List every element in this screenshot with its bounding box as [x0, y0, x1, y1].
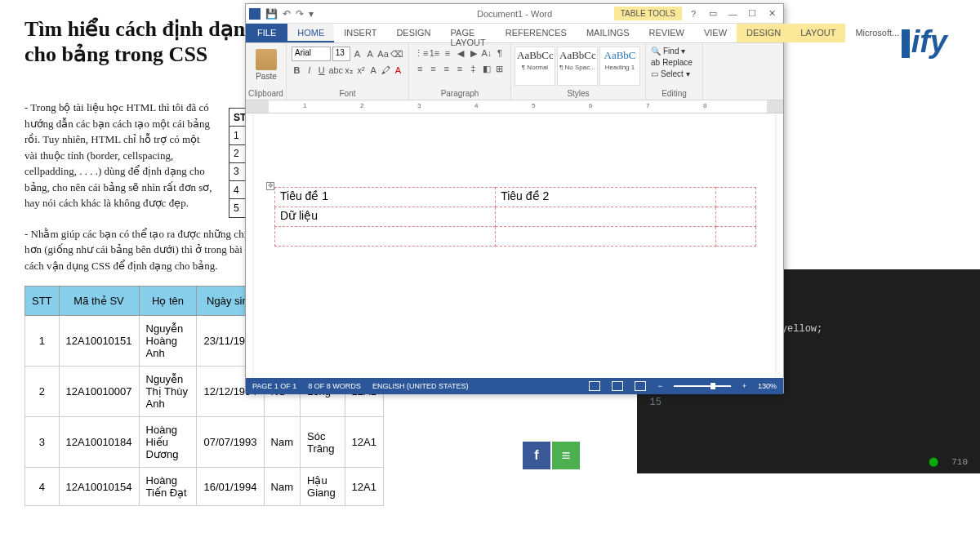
tab-view[interactable]: VIEW: [694, 24, 737, 42]
zoom-in-button[interactable]: +: [742, 382, 746, 390]
close-icon[interactable]: ✕: [764, 8, 780, 19]
table-move-handle-icon[interactable]: ✥: [266, 182, 274, 190]
multilevel-icon[interactable]: ≡: [442, 47, 453, 60]
group-styles: AaBbCc¶ Normal AaBbCc¶ No Spac... AaBbCH…: [511, 43, 646, 100]
borders-icon[interactable]: ⊞: [494, 62, 506, 75]
align-right-icon[interactable]: ≡: [441, 62, 452, 75]
line-spacing-icon[interactable]: ‡: [467, 62, 479, 75]
numbering-icon[interactable]: 1≡: [429, 47, 440, 60]
style-no-spacing[interactable]: AaBbCc¶ No Spac...: [557, 47, 598, 86]
font-size-select[interactable]: 13: [332, 47, 350, 61]
subscript-button[interactable]: x₂: [343, 64, 354, 77]
read-mode-icon[interactable]: [589, 381, 600, 391]
group-paragraph: ⋮≡ 1≡ ≡ ◀ ▶ A↓ ¶ ≡ ≡ ≡ ≡ ‡ ◧ ⊞ Paragraph: [409, 43, 511, 100]
maximize-icon[interactable]: ☐: [744, 8, 760, 19]
tab-file[interactable]: FILE: [246, 24, 287, 42]
status-words[interactable]: 8 OF 8 WORDS: [308, 382, 361, 390]
qat-dropdown-icon[interactable]: ▾: [309, 8, 314, 20]
zoom-out-button[interactable]: −: [657, 382, 662, 390]
ribbon: Paste Clipboard Arial 13 A A Aa ⌫ B I U …: [246, 43, 783, 100]
clear-format-icon[interactable]: ⌫: [390, 47, 403, 60]
table-cell[interactable]: [275, 227, 496, 247]
table-cell[interactable]: Tiêu đề 1: [275, 188, 496, 207]
ribbon-options-icon[interactable]: ▭: [705, 8, 721, 19]
status-bar: PAGE 1 OF 1 8 OF 8 WORDS ENGLISH (UNITED…: [246, 378, 783, 394]
table-cell[interactable]: [716, 227, 756, 247]
web-layout-icon[interactable]: [635, 381, 646, 391]
paste-button[interactable]: Paste: [251, 47, 282, 82]
text-effects-icon[interactable]: A: [368, 64, 379, 77]
tab-mailings[interactable]: MAILINGS: [577, 24, 639, 42]
highlight-icon[interactable]: 🖍: [381, 64, 391, 77]
word-app-icon[interactable]: [249, 8, 261, 20]
decrease-indent-icon[interactable]: ◀: [455, 47, 466, 60]
print-layout-icon[interactable]: [612, 381, 623, 391]
tab-page-layout[interactable]: PAGE LAYOUT: [441, 24, 496, 42]
increase-indent-icon[interactable]: ▶: [468, 47, 479, 60]
document-title: Document1 - Word: [477, 9, 552, 19]
table-cell[interactable]: [716, 188, 756, 207]
tab-insert[interactable]: INSERT: [334, 24, 386, 42]
font-name-select[interactable]: Arial: [292, 47, 331, 61]
show-marks-icon[interactable]: ¶: [494, 47, 506, 60]
italic-button[interactable]: I: [304, 64, 314, 77]
table-cell[interactable]: [496, 227, 716, 247]
tab-review[interactable]: REVIEW: [639, 24, 694, 42]
facebook-icon[interactable]: f: [523, 442, 550, 469]
superscript-button[interactable]: x²: [356, 64, 367, 77]
document-area[interactable]: ✥ Tiêu đề 1 Tiêu đề 2 Dữ liệu: [246, 113, 783, 378]
align-center-icon[interactable]: ≡: [427, 62, 439, 75]
style-heading1[interactable]: AaBbCHeading 1: [599, 47, 640, 86]
menu-icon[interactable]: ≡: [552, 442, 580, 469]
table-cell[interactable]: [716, 207, 756, 227]
shading-icon[interactable]: ◧: [480, 62, 492, 75]
editor-status: ⬤ 710: [929, 456, 968, 467]
document-page[interactable]: ✥ Tiêu đề 1 Tiêu đề 2 Dữ liệu: [254, 113, 775, 378]
status-language[interactable]: ENGLISH (UNITED STATES): [372, 382, 469, 390]
titlebar: 💾 ↶ ↷ ▾ Document1 - Word TABLE TOOLS ? ▭…: [246, 4, 783, 24]
align-left-icon[interactable]: ≡: [414, 62, 425, 75]
tab-microsoft[interactable]: Microsoft...: [845, 24, 909, 42]
tab-table-design[interactable]: DESIGN: [737, 24, 791, 42]
minimize-icon[interactable]: —: [724, 9, 741, 19]
font-color-icon[interactable]: A: [393, 64, 403, 77]
strike-button[interactable]: abc: [328, 64, 341, 77]
undo-icon[interactable]: ↶: [283, 8, 291, 20]
word-window: 💾 ↶ ↷ ▾ Document1 - Word TABLE TOOLS ? ▭…: [245, 3, 784, 393]
tab-design[interactable]: DESIGN: [386, 24, 440, 42]
tab-home[interactable]: HOME: [287, 24, 334, 42]
underline-button[interactable]: U: [316, 64, 327, 77]
group-clipboard: Paste Clipboard: [246, 43, 287, 100]
status-page[interactable]: PAGE 1 OF 1: [252, 382, 296, 390]
zoom-slider[interactable]: [674, 385, 731, 387]
group-editing: 🔍 Find ▾ ab Replace ▭ Select ▾ Editing: [646, 43, 703, 100]
grow-font-icon[interactable]: A: [352, 47, 363, 60]
article-title: Tìm hiểu cách định dạng cho bảng trong C…: [24, 16, 270, 67]
change-case-icon[interactable]: Aa: [377, 47, 389, 60]
table-cell[interactable]: Dữ liệu: [275, 207, 496, 227]
select-button[interactable]: ▭ Select ▾: [651, 69, 697, 78]
tab-table-layout[interactable]: LAYOUT: [791, 24, 845, 42]
document-table[interactable]: Tiêu đề 1 Tiêu đề 2 Dữ liệu: [274, 187, 756, 247]
bullets-icon[interactable]: ⋮≡: [414, 47, 427, 60]
paste-icon: [256, 49, 277, 70]
table-tools-tab: TABLE TOOLS: [614, 7, 682, 20]
sort-icon[interactable]: A↓: [481, 47, 492, 60]
horizontal-ruler[interactable]: 123 456 78: [246, 100, 783, 113]
group-font: Arial 13 A A Aa ⌫ B I U abc x₂ x² A 🖍 A …: [287, 43, 409, 100]
redo-icon[interactable]: ↷: [296, 8, 304, 20]
find-button[interactable]: 🔍 Find ▾: [651, 47, 697, 56]
paragraph-1: - Trong bộ tài liệu học HTML thì tôi đã …: [24, 100, 212, 211]
justify-icon[interactable]: ≡: [454, 62, 466, 75]
shrink-font-icon[interactable]: A: [364, 47, 376, 60]
ribbon-tabs: FILE HOME INSERT DESIGN PAGE LAYOUT REFE…: [246, 24, 783, 43]
table-cell[interactable]: [496, 207, 716, 227]
help-icon[interactable]: ?: [685, 9, 702, 19]
table-cell[interactable]: Tiêu đề 2: [496, 188, 716, 207]
style-normal[interactable]: AaBbCc¶ Normal: [514, 47, 555, 86]
tab-references[interactable]: REFERENCES: [496, 24, 577, 42]
bold-button[interactable]: B: [292, 64, 302, 77]
save-icon[interactable]: 💾: [265, 8, 278, 20]
zoom-percent[interactable]: 130%: [758, 382, 777, 390]
replace-button[interactable]: ab Replace: [651, 58, 697, 67]
